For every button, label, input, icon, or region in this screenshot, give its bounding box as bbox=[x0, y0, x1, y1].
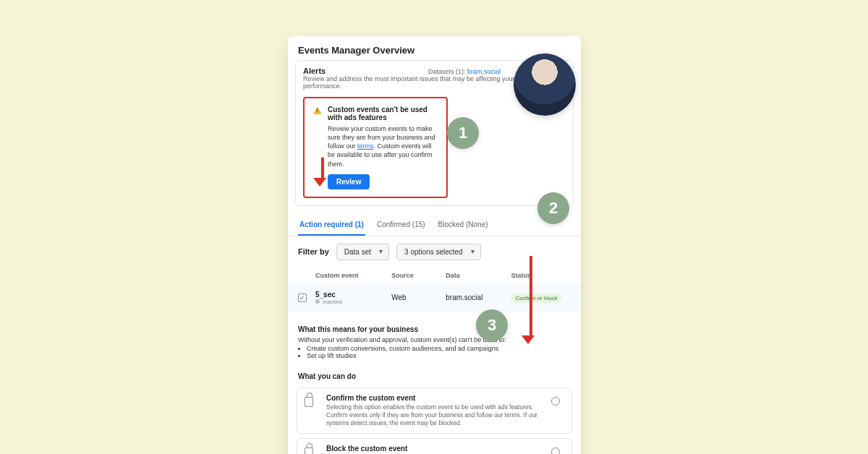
means-list: Create custom conversions, custom audien… bbox=[288, 345, 581, 359]
means-lead: Without your verification and approval, … bbox=[288, 336, 581, 345]
event-state: Inactive bbox=[315, 299, 391, 305]
cando-heading: What you can do bbox=[288, 367, 581, 383]
col-data: Data bbox=[446, 272, 511, 279]
dataset-select[interactable]: Data set bbox=[336, 244, 389, 260]
lock-icon bbox=[305, 397, 313, 407]
lock-icon bbox=[305, 447, 313, 454]
tab-blocked[interactable]: Blocked (None) bbox=[437, 215, 490, 236]
option-radio[interactable] bbox=[551, 447, 560, 454]
tab-confirmed[interactable]: Confirmed (15) bbox=[375, 215, 427, 236]
datasets-label-row: Datasets (1): bram.social bbox=[428, 68, 501, 75]
event-name: 5_sec bbox=[315, 291, 391, 299]
annotation-arrow-1 bbox=[318, 158, 326, 187]
terms-link[interactable]: terms bbox=[357, 142, 374, 150]
alert-body: Review your custom events to make sure t… bbox=[328, 124, 438, 168]
alert-title: Custom events can't be used with ads fea… bbox=[328, 106, 438, 121]
list-item: Create custom conversions, custom audien… bbox=[307, 345, 571, 352]
list-item: Set up lift studies bbox=[307, 352, 571, 359]
option-title: Block the custom event bbox=[326, 445, 544, 453]
tab-action-required[interactable]: Action required (1) bbox=[298, 215, 365, 236]
review-button[interactable]: Review bbox=[328, 174, 370, 189]
filter-label: Filter by bbox=[298, 247, 329, 256]
col-source: Source bbox=[391, 272, 446, 279]
tab-bar: Action required (1) Confirmed (15) Block… bbox=[288, 215, 581, 236]
table-row[interactable]: ✓ 5_sec Inactive Web bram.social Confirm… bbox=[288, 283, 581, 312]
event-data: bram.social bbox=[446, 294, 511, 301]
warning-icon bbox=[313, 107, 322, 114]
col-status: Status bbox=[511, 272, 571, 279]
filter-row: Filter by Data set 3 options selected bbox=[288, 236, 581, 267]
option-title: Confirm the custom event bbox=[326, 394, 544, 402]
datasets-link[interactable]: bram.social bbox=[467, 68, 501, 75]
annotation-badge-1: 1 bbox=[447, 117, 479, 149]
annotation-arrow-2 bbox=[527, 256, 535, 344]
annotation-badge-3: 3 bbox=[476, 309, 508, 341]
row-checkbox[interactable]: ✓ bbox=[298, 294, 307, 302]
option-block[interactable]: Block the custom event Selecting this op… bbox=[297, 438, 572, 454]
avatar bbox=[514, 53, 576, 116]
means-heading: What this means for your business bbox=[288, 320, 581, 336]
event-source: Web bbox=[391, 294, 446, 301]
events-manager-panel: Events Manager Overview Alerts Review an… bbox=[288, 36, 581, 454]
inactive-dot-icon bbox=[315, 299, 320, 304]
col-custom-event: Custom event bbox=[315, 272, 391, 279]
option-desc: Selecting this option enables the custom… bbox=[326, 403, 544, 427]
alerts-box: Alerts Review and address the most impor… bbox=[295, 60, 574, 206]
annotation-badge-2: 2 bbox=[537, 192, 569, 224]
table-header: Custom event Source Data Status bbox=[288, 267, 581, 283]
options-select[interactable]: 3 options selected bbox=[396, 244, 481, 260]
datasets-label: Datasets (1): bbox=[428, 68, 466, 75]
status-pill[interactable]: Confirm or block bbox=[511, 294, 561, 303]
option-radio[interactable] bbox=[551, 397, 560, 406]
option-confirm[interactable]: Confirm the custom event Selecting this … bbox=[297, 387, 572, 434]
